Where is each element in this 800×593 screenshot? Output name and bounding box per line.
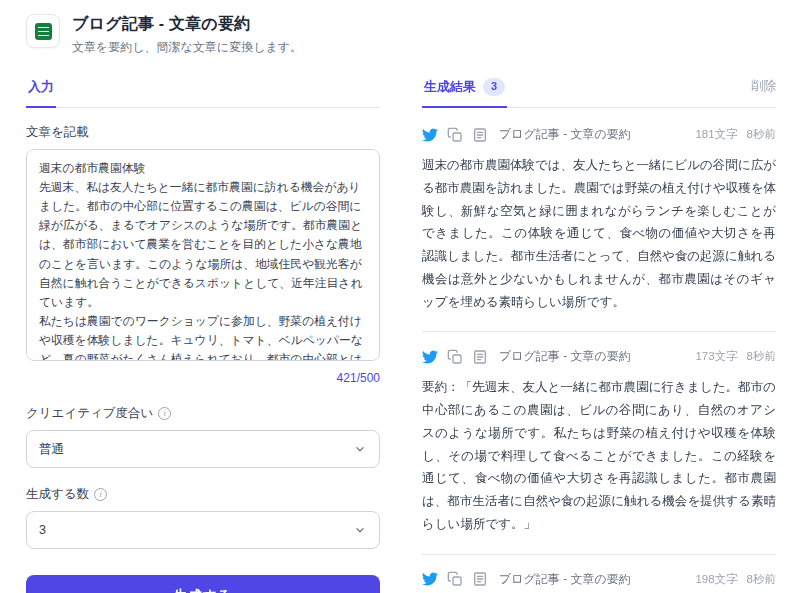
result-timestamp: 8秒前	[747, 572, 776, 587]
result-card-header: ブログ記事 - 文章の要約 181文字 8秒前	[422, 126, 776, 143]
document-icon	[35, 23, 52, 40]
creativity-value: 普通	[39, 441, 64, 458]
source-text-label: 文章を記載	[26, 124, 380, 141]
source-text-label-text: 文章を記載	[26, 124, 89, 141]
result-card-header: ブログ記事 - 文章の要約 198文字 8秒前	[422, 571, 776, 588]
result-card: ブログ記事 - 文章の要約 173文字 8秒前 要約：「先週末、友人と一緒に都市…	[422, 331, 776, 553]
result-char-count: 173文字	[695, 349, 737, 364]
chevron-down-icon	[353, 442, 367, 456]
header-text: ブログ記事 - 文章の要約 文章を要約し、簡潔な文章に変換します。	[72, 14, 302, 56]
creativity-label: クリエイティブ度合い i	[26, 405, 380, 422]
generation-count-label: 生成する数 i	[26, 486, 380, 503]
page-subtitle: 文章を要約し、簡潔な文章に変換します。	[72, 39, 302, 56]
result-card-header: ブログ記事 - 文章の要約 173文字 8秒前	[422, 348, 776, 365]
page-title: ブログ記事 - 文章の要約	[72, 14, 302, 35]
results-count-badge: 3	[483, 78, 505, 95]
delete-button[interactable]: 削除	[751, 78, 776, 101]
chevron-down-icon	[353, 523, 367, 537]
result-card-title: ブログ記事 - 文章の要約	[499, 126, 686, 143]
generation-count-select[interactable]: 3	[26, 511, 380, 549]
creativity-select[interactable]: 普通	[26, 430, 380, 468]
result-card-meta: 173文字 8秒前	[695, 349, 776, 364]
page: ブログ記事 - 文章の要約 文章を要約し、簡潔な文章に変換します。 入力 文章を…	[0, 0, 800, 593]
app-logo-icon	[26, 14, 60, 48]
result-timestamp: 8秒前	[747, 127, 776, 142]
generation-count-value: 3	[39, 523, 46, 537]
result-card-title: ブログ記事 - 文章の要約	[499, 348, 686, 365]
result-card-title: ブログ記事 - 文章の要約	[499, 571, 686, 588]
result-card: ブログ記事 - 文章の要約 198文字 8秒前 要約：「週末に友人と都市農園に行…	[422, 554, 776, 593]
tab-input-label: 入力	[28, 78, 54, 96]
input-panel: 入力 文章を記載 週末の都市農園体験 先週末、私は友人たちと一緒に都市農園に訪れ…	[26, 72, 380, 593]
result-timestamp: 8秒前	[747, 349, 776, 364]
copy-icon[interactable]	[447, 571, 463, 587]
twitter-icon[interactable]	[422, 349, 438, 365]
note-icon[interactable]	[472, 127, 488, 143]
copy-icon[interactable]	[447, 349, 463, 365]
result-card-meta: 181文字 8秒前	[695, 127, 776, 142]
info-icon: i	[158, 407, 171, 420]
copy-icon[interactable]	[447, 127, 463, 143]
result-card-meta: 198文字 8秒前	[695, 572, 776, 587]
note-icon[interactable]	[472, 349, 488, 365]
tab-results-label: 生成結果	[424, 78, 476, 96]
content-columns: 入力 文章を記載 週末の都市農園体験 先週末、私は友人たちと一緒に都市農園に訪れ…	[26, 72, 776, 593]
result-card: ブログ記事 - 文章の要約 181文字 8秒前 週末の都市農園体験では、友人たち…	[422, 124, 776, 331]
result-char-count: 198文字	[695, 572, 737, 587]
results-tabbar: 生成結果 3 削除	[422, 72, 776, 108]
twitter-icon[interactable]	[422, 571, 438, 587]
note-icon[interactable]	[472, 571, 488, 587]
input-tabbar: 入力	[26, 72, 380, 108]
results-panel: 生成結果 3 削除 ブログ記事 - 文章の要約	[422, 72, 776, 593]
source-textarea[interactable]: 週末の都市農園体験 先週末、私は友人たちと一緒に都市農園に訪れる機会がありました…	[26, 149, 380, 361]
app-header: ブログ記事 - 文章の要約 文章を要約し、簡潔な文章に変換します。	[26, 14, 776, 56]
result-char-count: 181文字	[695, 127, 737, 142]
char-count: 421/500	[26, 371, 380, 385]
tab-input[interactable]: 入力	[26, 72, 56, 108]
info-icon: i	[94, 488, 107, 501]
result-text: 要約：「先週末、友人と一緒に都市農園に行きました。都市の中心部にあるこの農園は、…	[422, 376, 776, 535]
tab-results[interactable]: 生成結果 3	[422, 72, 507, 108]
generate-button[interactable]: 生成する	[26, 575, 380, 593]
twitter-icon[interactable]	[422, 127, 438, 143]
generation-count-label-text: 生成する数	[26, 486, 89, 503]
result-text: 週末の都市農園体験では、友人たちと一緒にビルの谷間に広がる都市農園を訪れました。…	[422, 154, 776, 313]
creativity-label-text: クリエイティブ度合い	[26, 405, 153, 422]
